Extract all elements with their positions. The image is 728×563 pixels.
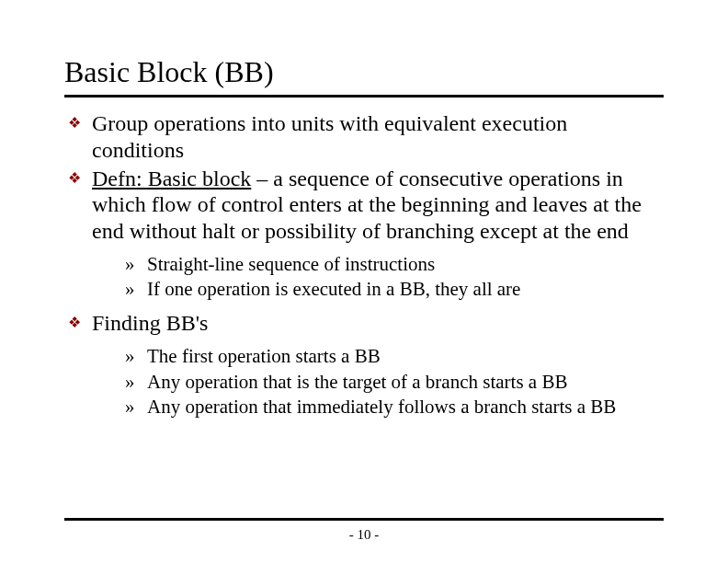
sub-item: » Straight-line sequence of instructions — [92, 252, 664, 276]
bullet-text: Defn: Basic block – a sequence of consec… — [92, 167, 642, 244]
footer-underline — [64, 518, 664, 521]
diamond-bullet-icon: ❖ — [68, 171, 81, 186]
sub-text: Any operation that is the target of a br… — [147, 371, 567, 393]
bullet-list: ❖ Group operations into units with equiv… — [64, 110, 664, 419]
sub-item: » If one operation is executed in a BB, … — [92, 277, 664, 301]
sub-item: » Any operation that immediately follows… — [92, 395, 664, 419]
chevron-bullet-icon: » — [125, 277, 135, 301]
bullet-item: ❖ Finding BB's » The first operation sta… — [64, 310, 664, 419]
diamond-bullet-icon: ❖ — [68, 116, 81, 131]
chevron-bullet-icon: » — [125, 395, 135, 419]
bullet-item: ❖ Group operations into units with equiv… — [64, 110, 664, 164]
sub-list: » The first operation starts a BB » Any … — [92, 344, 664, 419]
sub-item: » The first operation starts a BB — [92, 344, 664, 368]
definition-label: Defn: Basic block — [92, 167, 251, 190]
title-underline — [64, 95, 664, 98]
bullet-item: ❖ Defn: Basic block – a sequence of cons… — [64, 166, 664, 302]
chevron-bullet-icon: » — [125, 252, 135, 276]
sub-text: The first operation starts a BB — [147, 345, 381, 367]
sub-text: If one operation is executed in a BB, th… — [147, 278, 520, 300]
bullet-text: Group operations into units with equival… — [92, 111, 567, 162]
sub-item: » Any operation that is the target of a … — [92, 370, 664, 394]
chevron-bullet-icon: » — [125, 344, 135, 368]
bullet-text: Finding BB's — [92, 311, 208, 335]
slide-title: Basic Block (BB) — [64, 55, 664, 89]
slide: Basic Block (BB) ❖ Group operations into… — [0, 0, 728, 563]
sub-text: Any operation that immediately follows a… — [147, 396, 616, 418]
diamond-bullet-icon: ❖ — [68, 316, 81, 330]
sub-list: » Straight-line sequence of instructions… — [92, 252, 664, 302]
chevron-bullet-icon: » — [125, 370, 135, 394]
sub-text: Straight-line sequence of instructions — [147, 253, 435, 275]
page-number: - 10 - — [0, 527, 728, 543]
